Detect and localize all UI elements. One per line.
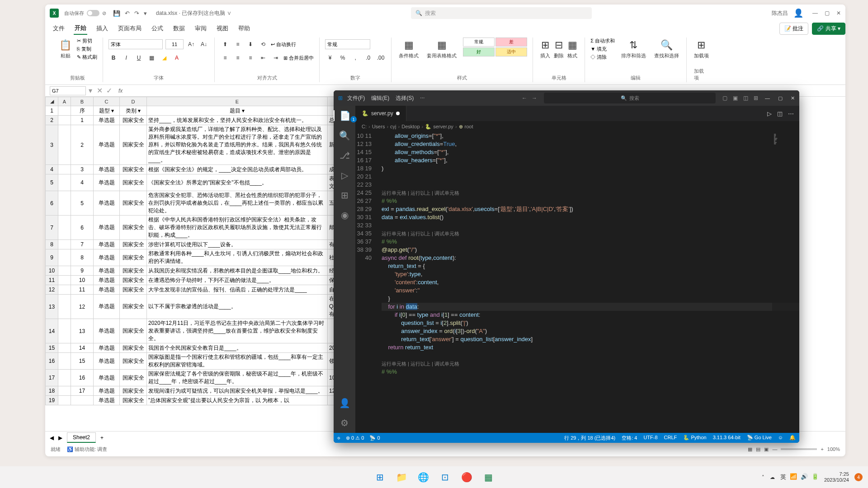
cell[interactable]: 单选题 bbox=[94, 125, 120, 165]
vsc-maximize-icon[interactable]: ▢ bbox=[778, 95, 783, 101]
align-top-button[interactable]: ⬆ bbox=[220, 39, 230, 49]
cell[interactable]: 11 bbox=[71, 285, 94, 295]
cell[interactable]: 某外商参观我某造纸厂，详细地了解了原料种类、配比、选择和处理以及原料所用碱水浓度… bbox=[147, 125, 328, 165]
cell[interactable]: 8 bbox=[71, 249, 94, 266]
cell[interactable]: 国家安全 bbox=[120, 396, 147, 405]
cell[interactable]: 题型 ▾ bbox=[94, 106, 120, 116]
close-icon[interactable]: ✕ bbox=[836, 10, 841, 16]
sheet-prev-icon[interactable]: ◀ bbox=[50, 435, 54, 441]
cell[interactable]: 坚持____，统筹发展和安全，坚持人民安全和政治安全有机统一。 bbox=[147, 116, 328, 125]
cell[interactable]: 国家安全 bbox=[120, 370, 147, 386]
cell[interactable]: 国家安全 bbox=[120, 276, 147, 285]
comma-button[interactable]: , bbox=[350, 53, 360, 63]
run-icon[interactable]: ▷ bbox=[767, 110, 772, 117]
cell[interactable]: 国家安全 bbox=[120, 386, 147, 396]
addins-button[interactable]: ⊞加载项 bbox=[692, 38, 711, 61]
cell[interactable] bbox=[58, 295, 71, 319]
tab-home[interactable]: 开始 bbox=[74, 22, 87, 35]
vscode-button[interactable]: ⊡ bbox=[436, 468, 454, 486]
debug-icon[interactable]: ▷ bbox=[341, 170, 348, 181]
tray-battery-icon[interactable]: 🔋 bbox=[811, 473, 819, 481]
cell[interactable]: 单选题 bbox=[94, 276, 120, 285]
cell[interactable]: 单选题 bbox=[94, 191, 120, 216]
notification-badge[interactable]: 4 bbox=[854, 473, 863, 481]
remote-icon[interactable]: ⎆ bbox=[337, 435, 340, 441]
status-lang[interactable]: 🐍 Python bbox=[683, 435, 706, 441]
cell[interactable] bbox=[58, 353, 71, 370]
dec-decimal-button[interactable]: .00 bbox=[376, 53, 386, 63]
cell[interactable]: 9 bbox=[71, 266, 94, 276]
comments-button[interactable]: 📝 批注 bbox=[779, 23, 808, 35]
filename-label[interactable]: data.xlsx · 已保存到这台电脑 ∨ bbox=[156, 9, 231, 17]
row-header[interactable]: 7 bbox=[46, 216, 58, 240]
app-button[interactable]: 🔴 bbox=[458, 468, 476, 486]
status-cursor[interactable]: 行 29，列 18 (已选择4) bbox=[564, 435, 615, 441]
row-header[interactable]: 19 bbox=[46, 396, 58, 405]
cell[interactable] bbox=[58, 343, 71, 353]
col-header-c[interactable]: C bbox=[94, 97, 120, 106]
username[interactable]: 陈杰昌 bbox=[772, 9, 788, 17]
cell[interactable]: 危害国家安全犯罪、恐怖活动犯罪、黑社会性质的组织犯罪的犯罪分子，在刑罚执行完毕或… bbox=[147, 191, 328, 216]
row-header[interactable]: 11 bbox=[46, 276, 58, 285]
tray-wifi-icon[interactable]: 📶 bbox=[790, 473, 797, 481]
col-header-e[interactable]: E bbox=[147, 97, 328, 106]
tab-review[interactable]: 审阅 bbox=[194, 23, 208, 34]
row-header[interactable]: 1 bbox=[46, 106, 58, 116]
sort-filter-button[interactable]: ⇅排序和筛选 bbox=[619, 38, 648, 61]
col-header-a[interactable]: A bbox=[58, 97, 71, 106]
fill-color-button[interactable]: ◢ bbox=[159, 53, 169, 63]
editor-tab-server[interactable]: 🐍 server.py bbox=[355, 106, 406, 121]
cell[interactable]: "总体国家安全观"提出要以人民安全为宗旨，以 为根本，以 bbox=[147, 396, 328, 405]
cell[interactable]: 单选题 bbox=[94, 396, 120, 405]
layout-icon-4[interactable]: ⊞ bbox=[754, 95, 758, 101]
insert-cell-button[interactable]: ⊞插入 bbox=[538, 38, 552, 82]
cell[interactable]: 从我国历史和现实情况看，邪教的根本目的是企图谋取____地位和权力。 bbox=[147, 266, 328, 276]
wrap-button[interactable]: ↩ 自动换行 bbox=[271, 41, 296, 48]
cell[interactable]: 涉密计算机可以使用以下____设备。 bbox=[147, 240, 328, 249]
row-header[interactable]: 14 bbox=[46, 319, 58, 343]
status-bell-icon[interactable]: 🔔 bbox=[789, 435, 796, 441]
cell[interactable] bbox=[58, 125, 71, 165]
cell[interactable]: 国家安全 bbox=[120, 343, 147, 353]
row-header[interactable]: 13 bbox=[46, 295, 58, 319]
increase-font-button[interactable]: A↑ bbox=[186, 39, 196, 49]
cell[interactable]: 类别 ▾ bbox=[120, 106, 147, 116]
cell[interactable]: 题目 ▾ bbox=[147, 106, 328, 116]
style-neutral[interactable]: 适中 bbox=[495, 47, 527, 56]
cell[interactable]: 1 bbox=[71, 116, 94, 125]
redo-icon[interactable]: ↷ bbox=[134, 10, 139, 17]
cell[interactable]: 5 bbox=[71, 191, 94, 216]
style-good[interactable]: 好 bbox=[463, 47, 495, 56]
cell[interactable]: 16 bbox=[71, 370, 94, 386]
cell[interactable]: 在遭遇恐怖分子劫持时，下列不正确的做法是____。 bbox=[147, 276, 328, 285]
menu-file[interactable]: 文件(F) bbox=[347, 94, 365, 102]
cell[interactable]: 国家安全 bbox=[120, 174, 147, 191]
edge-button[interactable]: 🌐 bbox=[414, 468, 432, 486]
cell[interactable] bbox=[58, 216, 71, 240]
add-sheet-icon[interactable]: + bbox=[100, 435, 104, 441]
row-header[interactable]: 10 bbox=[46, 266, 58, 276]
cell[interactable]: 国家安全 bbox=[120, 266, 147, 276]
align-bot-button[interactable]: ⬇ bbox=[245, 39, 255, 49]
cell[interactable] bbox=[58, 106, 71, 116]
start-button[interactable]: ⊞ bbox=[371, 468, 389, 486]
cell[interactable]: 根据《国家安全法》的规定，____决定全国总动员或者局部动员。 bbox=[147, 165, 328, 174]
cell[interactable]: 6 bbox=[71, 216, 94, 240]
vsc-close-icon[interactable]: ✕ bbox=[791, 95, 795, 101]
cell[interactable]: 国家安全 bbox=[120, 285, 147, 295]
cell[interactable] bbox=[58, 174, 71, 191]
cell[interactable]: 序 bbox=[71, 106, 94, 116]
cell[interactable]: 邪教通常利用各种____和人生坎坷，引诱人们消极厌世，煽动对社会和政府的不满情绪… bbox=[147, 249, 328, 266]
nav-back-icon[interactable]: ← bbox=[522, 95, 527, 101]
layout-icon-1[interactable]: ▢ bbox=[722, 95, 727, 101]
cell[interactable]: 单选题 bbox=[94, 353, 120, 370]
cell[interactable] bbox=[58, 240, 71, 249]
cell[interactable]: 单选题 bbox=[94, 174, 120, 191]
tray-volume-icon[interactable]: 🔊 bbox=[801, 473, 808, 481]
account-icon[interactable]: 👤 bbox=[339, 398, 350, 408]
vsc-minimize-icon[interactable]: — bbox=[765, 95, 770, 101]
menu-select[interactable]: 选择(S) bbox=[396, 94, 414, 102]
status-encoding[interactable]: UTF-8 bbox=[643, 435, 657, 441]
split-icon[interactable]: ◫ bbox=[777, 110, 783, 117]
cell[interactable]: 根据《中华人民共和国香港特别行政区维护国家安全法》相关条款，攻击、破坏香港特别行… bbox=[147, 216, 328, 240]
